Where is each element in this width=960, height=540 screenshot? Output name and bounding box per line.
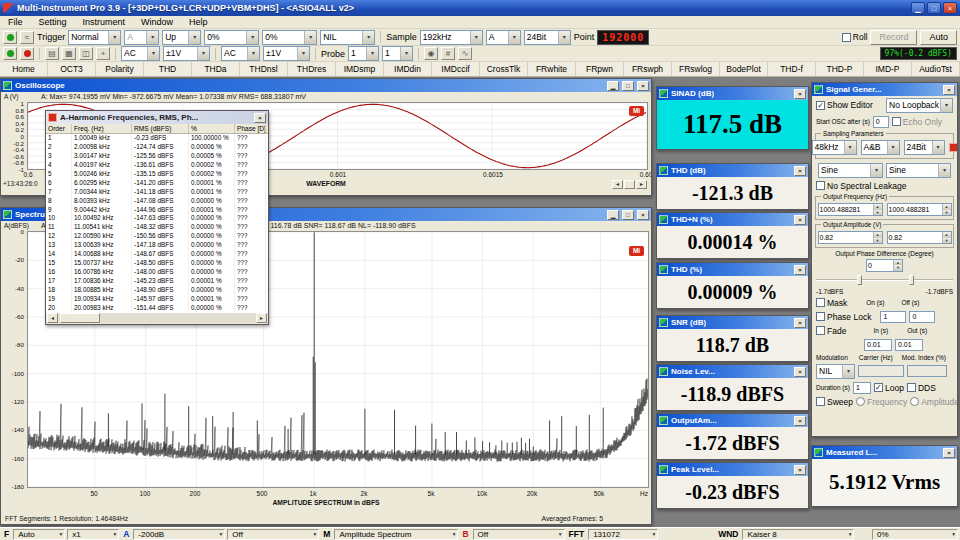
minimize-icon[interactable]: ▁	[607, 81, 619, 91]
table-row[interactable]: 1010.00492 kHz-147.63 dBFS0.00000 %???	[46, 214, 268, 223]
scroll-left-icon[interactable]: ◄	[47, 313, 58, 323]
tab-thd-f[interactable]: THD-f	[768, 62, 816, 76]
close-icon[interactable]: ×	[794, 465, 806, 475]
tab-frswlog[interactable]: FRswlog	[672, 62, 720, 76]
table-row[interactable]: 1414.00688 kHz-148.67 dBFS0.00000 %???	[46, 250, 268, 259]
scroll-left-icon[interactable]: ◄	[612, 180, 623, 189]
sample-bits-select[interactable]: 24Bit▾	[524, 30, 571, 45]
menu-item-window[interactable]: Window	[133, 16, 181, 29]
no-spectral-leakage-checkbox[interactable]: No Spectral Leakage	[816, 181, 906, 191]
overlap-select[interactable]: 0%▾	[872, 529, 958, 540]
close-icon[interactable]: ×	[794, 215, 806, 225]
menu-item-help[interactable]: Help	[181, 16, 216, 29]
tab-frpwn[interactable]: FRpwn	[576, 62, 624, 76]
trigger-mode-select[interactable]: Normal▾	[68, 30, 121, 45]
close-icon[interactable]: ×	[794, 166, 806, 176]
fft-size-select[interactable]: 131072▾	[588, 529, 658, 540]
sweep-frequency-radio[interactable]: Frequency	[856, 397, 907, 407]
menu-item-file[interactable]: File	[0, 16, 31, 29]
trigger-source-select[interactable]: A▾	[124, 30, 159, 45]
input-a-range-select[interactable]: ±1V▾	[163, 46, 210, 61]
ddp-title-bar[interactable]: THD (%)×	[657, 263, 808, 276]
close-icon[interactable]: ×	[254, 113, 266, 123]
oscilloscope-window-title-bar[interactable]: Oscilloscope▁□×	[1, 79, 651, 92]
counter-icon[interactable]: #	[441, 47, 455, 60]
close-icon[interactable]: ×	[794, 367, 806, 377]
input-b-coupling-select[interactable]: AC▾	[221, 46, 260, 61]
column-header[interactable]: Freq. (Hz)	[72, 124, 132, 133]
probe-a-select[interactable]: 1▾	[348, 46, 379, 61]
phase-lock-on-field[interactable]: 1	[880, 311, 906, 323]
tab-polarity[interactable]: Polarity	[96, 62, 144, 76]
table-row[interactable]: 88.00393 kHz-147.08 dBFS0.00000 %???	[46, 197, 268, 206]
ddp-title-bar[interactable]: Peak Level...×	[657, 463, 808, 476]
gen-channel-select[interactable]: A&B▾	[861, 140, 900, 155]
phase-lock-checkbox[interactable]: Phase Lock	[816, 312, 871, 322]
print-icon[interactable]: ▦	[62, 47, 76, 60]
b-mode-select[interactable]: Off▾	[473, 529, 565, 540]
table-row[interactable]: 55.00246 kHz-135.15 dBFS0.00002 %???	[46, 170, 268, 179]
title-bar[interactable]: Multi-Instrument Pro 3.9 - [+3DP+DLG+LCR…	[0, 0, 960, 16]
auto-button[interactable]: Auto	[920, 30, 957, 45]
trigger-single-icon[interactable]: ≈	[20, 31, 34, 44]
scroll-right-icon[interactable]: ►	[256, 313, 267, 323]
table-row[interactable]: 66.00295 kHz-141.20 dBFS0.00001 %???	[46, 179, 268, 188]
tab-audiotst[interactable]: AudioTst	[912, 62, 960, 76]
tab-imdccif[interactable]: IMDccif	[432, 62, 480, 76]
harmonics-dialog-title-bar[interactable]: A-Harmonic Frequencies, RMS, Ph...×	[46, 111, 268, 124]
modulation-select[interactable]: NIL▾	[816, 364, 855, 379]
column-header[interactable]: %	[189, 124, 235, 133]
table-row[interactable]: 1212.00590 kHz-150.56 dBFS0.00000 %???	[46, 232, 268, 241]
close-icon[interactable]: ×	[794, 416, 806, 426]
tab-imddin[interactable]: IMDdin	[384, 62, 432, 76]
table-row[interactable]: 1818.00885 kHz-148.90 dBFS0.00000 %???	[46, 286, 268, 295]
view-mode-select[interactable]: Amplitude Spectrum▾	[334, 529, 458, 540]
table-row[interactable]: 1313.00639 kHz-147.18 dBFS0.00000 %???	[46, 241, 268, 250]
freq-multiplier-select[interactable]: x1▾	[67, 529, 119, 540]
loopback-select[interactable]: No Loopback▾	[886, 98, 953, 113]
tab-thdnsl[interactable]: THDnsl	[240, 62, 288, 76]
close-icon[interactable]: ×	[943, 448, 955, 458]
ddp-title-bar[interactable]: SINAD (dB)×	[657, 87, 808, 100]
copy-icon[interactable]: ◫	[79, 47, 93, 60]
carrier-field[interactable]	[858, 365, 904, 377]
column-header[interactable]: Order	[46, 124, 72, 133]
tab-frswph[interactable]: FRswph	[624, 62, 672, 76]
ddp-title-bar[interactable]: Noise Lev...×	[657, 365, 808, 378]
column-header[interactable]: RMS (dBFS)	[132, 124, 189, 133]
table-row[interactable]: 1717.00836 kHz-145.23 dBFS0.00001 %???	[46, 277, 268, 286]
trigger-level-select[interactable]: 0%▾	[204, 30, 259, 45]
table-row[interactable]: 1515.00737 kHz-148.50 dBFS0.00000 %???	[46, 259, 268, 268]
fade-in-field[interactable]: 0.01	[864, 339, 892, 351]
table-row[interactable]: 1616.00786 kHz-148.00 dBFS0.00000 %???	[46, 268, 268, 277]
close-icon[interactable]: ×	[794, 89, 806, 99]
waveform-a-select[interactable]: Sine▾	[818, 163, 883, 178]
scrollbar-thumb[interactable]	[60, 313, 100, 323]
maximize-icon[interactable]: □	[622, 81, 634, 91]
phase-difference-field[interactable]: 0▲▼	[866, 259, 903, 272]
spin-down-icon[interactable]: ▼	[874, 210, 882, 216]
close-icon[interactable]: ×	[943, 2, 957, 14]
gen-sample-rate-select[interactable]: 48kHz▾	[812, 140, 857, 155]
ddp-title-bar[interactable]: SNR (dB)×	[657, 316, 808, 329]
spin-down-icon[interactable]: ▼	[943, 238, 951, 244]
roll-checkbox[interactable]: Roll	[842, 32, 868, 42]
input-b-range-select[interactable]: ±1V▾	[263, 46, 310, 61]
multimeter-icon[interactable]: ◉	[424, 47, 438, 60]
table-row[interactable]: 44.00197 kHz-136.61 dBFS0.00002 %???	[46, 161, 268, 170]
save-icon[interactable]: ▤	[45, 47, 59, 60]
fade-out-field[interactable]: 0.01	[895, 339, 923, 351]
show-editor-checkbox[interactable]: ✓Show Editor	[816, 100, 873, 110]
close-icon[interactable]: ×	[637, 81, 649, 91]
waveform-b-select[interactable]: Sine▾	[886, 163, 951, 178]
close-icon[interactable]: ×	[943, 85, 955, 95]
duration-field[interactable]: 1	[853, 382, 871, 394]
trigger-delay-select[interactable]: 0%▾	[262, 30, 317, 45]
stop-icon[interactable]	[20, 47, 34, 60]
tab-oct3[interactable]: OCT3	[48, 62, 96, 76]
frequency-a-field[interactable]: 1000.488281▲▼	[818, 203, 883, 216]
probe-b-select[interactable]: 1▾	[382, 46, 413, 61]
table-row[interactable]: 11.00049 kHz-0.23 dBFS100.00000 %???	[46, 134, 268, 143]
window-function-select[interactable]: Kaiser 8▾	[742, 529, 854, 540]
sweep-checkbox[interactable]: Sweep	[816, 397, 853, 407]
